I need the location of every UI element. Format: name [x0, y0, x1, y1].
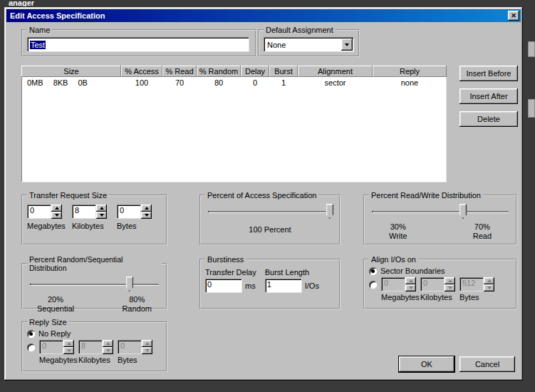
arrow-up-icon [55, 207, 59, 210]
arrow-down-icon [106, 349, 110, 352]
no-reply-radio[interactable] [27, 330, 35, 338]
arrow-down-icon [145, 214, 149, 217]
name-input-value: Test [30, 41, 46, 49]
name-group-label: Name [27, 26, 52, 34]
slider-thumb[interactable] [459, 204, 467, 219]
column-header-alignment[interactable]: Alignment [298, 66, 373, 77]
spin-up-button[interactable] [51, 205, 62, 212]
spin-down-button [445, 284, 455, 292]
arrow-up-icon [106, 342, 110, 345]
column-header-read[interactable]: % Read [162, 66, 197, 77]
transfer-delay-unit: ms [245, 282, 256, 290]
read-write-slider[interactable] [369, 202, 511, 222]
delete-button[interactable]: Delete [459, 111, 518, 127]
megabytes-spinner[interactable]: 0 [27, 205, 62, 219]
slider-thumb[interactable] [326, 204, 333, 219]
kilobytes-value[interactable]: 8 [72, 205, 96, 219]
slider-track [30, 284, 159, 285]
bytes-value[interactable]: 0 [117, 205, 141, 219]
cell-size: 0MB 8KB 0B [21, 78, 121, 87]
spin-down-button[interactable] [141, 212, 152, 219]
sector-boundaries-radio[interactable] [369, 267, 377, 275]
default-assignment-select[interactable]: None [264, 37, 354, 52]
kilobytes-spinner[interactable]: 8 [72, 205, 107, 219]
column-header-reply[interactable]: Reply [373, 66, 447, 77]
unit-label-megabytes: Megabytes [39, 356, 74, 364]
insert-after-button[interactable]: Insert After [459, 88, 518, 104]
burst-length-input[interactable]: 1 [265, 279, 302, 293]
ok-button[interactable]: OK [399, 356, 455, 372]
percent-access-spec-group: Percent of Access Specification 100 Perc… [199, 191, 341, 245]
spin-up-button [405, 277, 416, 284]
table-header-row: Size % Access % Read % Random Delay Burs… [21, 66, 447, 77]
cancel-button[interactable]: Cancel [459, 356, 515, 372]
background-window-fragment [528, 99, 535, 118]
align-kilobytes-spinner: 0 [420, 277, 455, 292]
arrow-up-icon [409, 279, 413, 282]
cell-alignment: sector [298, 78, 373, 87]
arrow-down-icon [55, 214, 59, 217]
column-header-delay[interactable]: Delay [241, 66, 269, 77]
transfer-delay-input[interactable]: 0 [205, 279, 242, 293]
write-percent-label: 30% Write [389, 222, 407, 241]
random-sequential-distribution-group: Percent Random/Sequential Distribution 2… [21, 255, 167, 309]
align-ios-group: Align I/Os on Sector Boundaries 0 0 512 [363, 255, 517, 309]
percent-access-slider[interactable] [205, 202, 335, 222]
arrow-down-icon [100, 214, 104, 217]
arrow-down-icon [487, 287, 492, 289]
custom-alignment-radio[interactable] [369, 281, 377, 289]
cell-access: 100 [121, 78, 162, 87]
read-write-distribution-label: Percent Read/Write Distribution [369, 191, 483, 200]
arrow-up-icon [100, 207, 104, 210]
close-button[interactable]: ✕ [508, 11, 519, 21]
title-bar[interactable]: Edit Access Specification ✕ [6, 9, 521, 22]
random-sequential-slider[interactable] [27, 275, 162, 295]
megabytes-value[interactable]: 0 [27, 205, 51, 219]
slider-thumb[interactable] [125, 277, 133, 292]
reply-kilobytes-value: 8 [78, 340, 103, 354]
name-input[interactable]: Test [27, 37, 249, 52]
size-kb: 8KB [53, 78, 68, 87]
column-header-random[interactable]: % Random [197, 66, 241, 77]
unit-label-megabytes: Megabytes [27, 222, 62, 230]
spin-down-button[interactable] [51, 212, 62, 219]
spin-up-button [63, 340, 74, 347]
size-mb: 0MB [27, 78, 43, 87]
insert-before-button[interactable]: Insert Before [459, 66, 518, 81]
combo-dropdown-button[interactable] [341, 38, 353, 51]
column-header-burst[interactable]: Burst [269, 66, 298, 77]
column-header-size[interactable]: Size [21, 66, 121, 77]
reply-bytes-spinner: 0 [118, 340, 152, 354]
unit-label-kilobytes: Kilobytes [78, 356, 113, 364]
no-reply-label: No Reply [38, 329, 71, 338]
bytes-spinner[interactable]: 0 [117, 205, 152, 219]
spin-up-button [103, 340, 113, 347]
unit-label-kilobytes: Kilobytes [72, 222, 107, 230]
unit-label-bytes: Bytes [118, 356, 152, 364]
arrow-up-icon [487, 279, 492, 282]
spin-down-button[interactable] [96, 212, 107, 219]
burst-length-label: Burst Length [265, 268, 319, 277]
random-percent-label: 80% Random [122, 295, 152, 314]
arrow-down-icon [67, 349, 71, 352]
align-megabytes-spinner: 0 [381, 277, 416, 292]
table-row[interactable]: 0MB 8KB 0B 100 70 80 0 1 sector none [21, 77, 447, 88]
custom-reply-radio[interactable] [27, 344, 35, 351]
spin-up-button [445, 277, 455, 284]
unit-label-kilobytes: Kilobytes [420, 293, 455, 301]
desktop: anager Edit Access Specification ✕ Name … [0, 0, 535, 392]
arrow-up-icon [448, 279, 452, 282]
background-window-fragment [528, 41, 535, 57]
arrow-up-icon [67, 342, 71, 345]
access-spec-table[interactable]: Size % Access % Read % Random Delay Burs… [21, 66, 447, 182]
spin-up-button[interactable] [96, 205, 107, 212]
reply-megabytes-spinner: 0 [39, 340, 74, 354]
burst-length-unit: I/Os [305, 282, 319, 290]
reply-size-label: Reply Size [27, 318, 69, 326]
spin-up-button[interactable] [141, 205, 152, 212]
reply-megabytes-value: 0 [39, 340, 63, 354]
unit-label-megabytes: Megabytes [381, 293, 416, 301]
align-ios-label: Align I/Os on [369, 255, 418, 264]
column-header-access[interactable]: % Access [121, 66, 162, 77]
size-b: 0B [78, 78, 87, 87]
